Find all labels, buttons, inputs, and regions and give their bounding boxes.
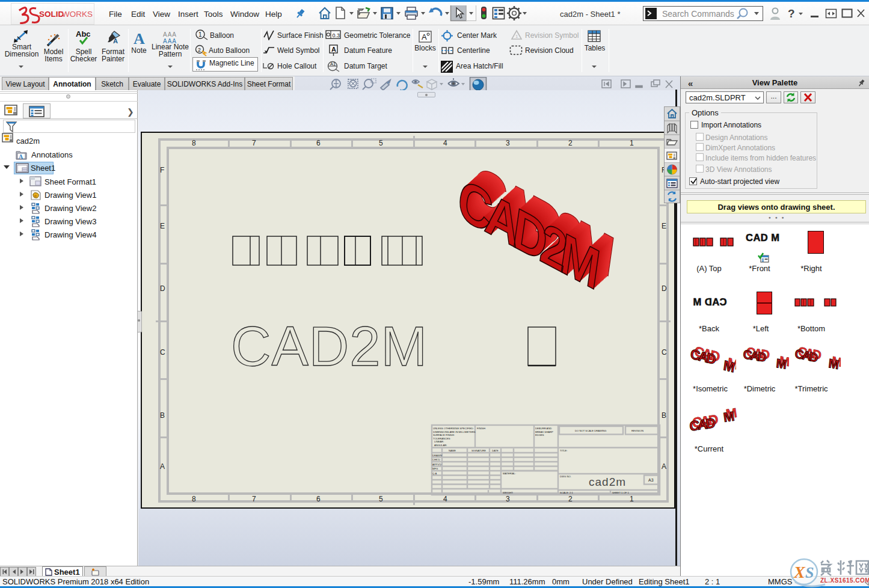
svg-text:cad2m: cad2m [589, 476, 626, 488]
svg-text:WEIGHT:: WEIGHT: [503, 491, 513, 494]
svg-text:LINEAR:: LINEAR: [434, 440, 444, 443]
svg-text:S: S [805, 564, 814, 581]
svg-text:SCALE: 2:1: SCALE: 2:1 [560, 491, 574, 494]
svg-text:CAD: CAD [689, 415, 716, 434]
svg-text:A1: A1 [330, 61, 336, 67]
svg-text:DRAWN: DRAWN [432, 454, 442, 457]
svg-text:1: 1 [198, 31, 202, 38]
svg-text:A: A [113, 37, 118, 44]
svg-text:ANGULAR:: ANGULAR: [434, 444, 447, 447]
svg-text:CHK'D: CHK'D [432, 458, 440, 461]
svg-text:EDGES: EDGES [535, 433, 544, 436]
svg-text:SHEET 1 OF 1: SHEET 1 OF 1 [612, 491, 630, 494]
svg-text:APPV'D: APPV'D [432, 463, 441, 466]
svg-text:DO NOT SCALE DRAWING: DO NOT SCALE DRAWING [575, 429, 606, 432]
svg-text:Q.A: Q.A [432, 472, 437, 475]
svg-text:?: ? [788, 7, 795, 20]
svg-text:DATE: DATE [492, 449, 499, 452]
svg-text:UNLESS OTHERWISE SPECIFIED:: UNLESS OTHERWISE SPECIFIED: [433, 427, 474, 430]
svg-text:X: X [793, 563, 806, 581]
svg-text:2: 2 [198, 47, 201, 53]
svg-text:REVISION: REVISION [631, 429, 643, 432]
svg-text:0.3: 0.3 [333, 32, 340, 38]
svg-text:M: M [722, 409, 735, 425]
svg-text:SURFACE FINISH:: SURFACE FINISH: [433, 433, 455, 436]
svg-text:SIGNATURE: SIGNATURE [471, 449, 486, 452]
svg-text:CAD: CAD [743, 347, 767, 364]
svg-text:TOLERANCES:: TOLERANCES: [433, 437, 450, 440]
svg-text:A3: A3 [648, 478, 654, 482]
svg-text:MATERIAL:: MATERIAL: [503, 472, 516, 475]
svg-text:1: 1 [515, 34, 518, 39]
svg-text:ZL.XS1615.COM: ZL.XS1615.COM [820, 577, 869, 584]
svg-text:A: A [422, 32, 427, 41]
svg-text:M: M [828, 356, 840, 372]
svg-text:DEBURR AND: DEBURR AND [535, 427, 551, 430]
svg-text:NAME: NAME [449, 449, 456, 452]
svg-text:WORKS: WORKS [62, 10, 93, 19]
svg-text:DIMENSIONS ARE IN MILLIMETERS: DIMENSIONS ARE IN MILLIMETERS [433, 430, 476, 433]
svg-text:TITLE:: TITLE: [560, 449, 568, 452]
svg-text:A: A [331, 46, 336, 53]
svg-text:Abc: Abc [76, 29, 91, 38]
svg-text:AAA: AAA [163, 31, 177, 38]
svg-text:FINISH:: FINISH: [477, 427, 486, 430]
svg-text:SOLID: SOLID [39, 10, 64, 19]
svg-text:BREAK SHARP: BREAK SHARP [535, 430, 553, 433]
svg-text:A: A [134, 31, 145, 46]
svg-text:M: M [722, 357, 735, 375]
svg-text:MFG: MFG [432, 467, 438, 470]
svg-text:A: A [19, 153, 23, 160]
svg-text:M: M [776, 356, 787, 372]
svg-text:DWG NO.: DWG NO. [560, 475, 571, 478]
